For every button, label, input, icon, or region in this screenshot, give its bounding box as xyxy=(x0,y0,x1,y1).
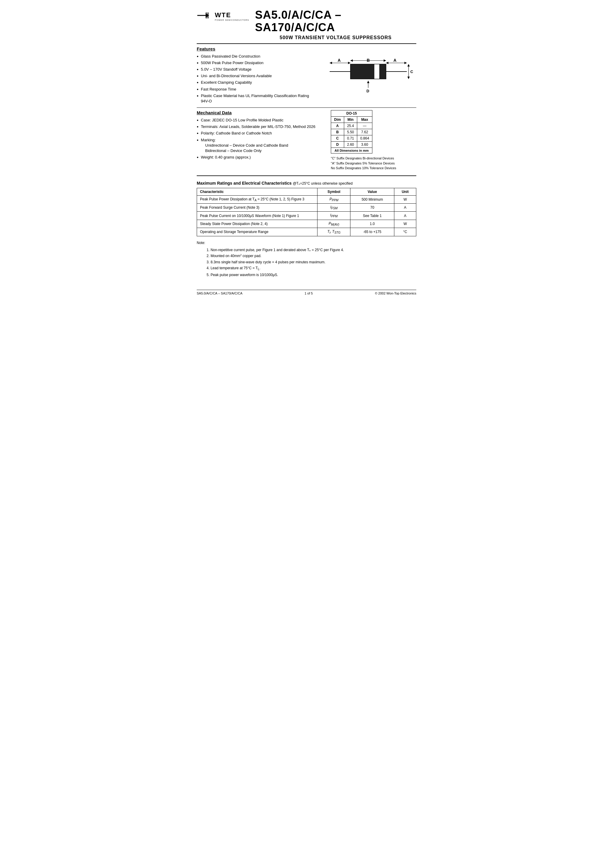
list-item: Excellent Clamping Capability xyxy=(197,80,314,85)
sym-ifsm: IFSM xyxy=(317,203,350,211)
val-temp: -65 to +175 xyxy=(350,228,394,236)
list-item: Plastic Case Material has UL Flammabilit… xyxy=(197,93,314,104)
list-item: Polarity: Cathode Band or Cathode Notch xyxy=(197,130,325,136)
char-ifsm: Peak Forward Surge Current (Note 3) xyxy=(197,203,317,211)
footnote-line: "C" Suffix Designates Bi-directional Dev… xyxy=(331,156,416,161)
footer-right: © 2002 Won-Top Electronics xyxy=(375,291,416,295)
svg-marker-13 xyxy=(348,62,350,64)
header-unit: Unit xyxy=(394,188,416,195)
features-column: Features Glass Passivated Die Constructi… xyxy=(197,46,314,105)
ratings-section: Maximum Ratings and Electrical Character… xyxy=(197,181,416,236)
dim-a: A xyxy=(331,123,344,129)
val-pmav: 1.0 xyxy=(350,220,394,228)
note-3: 3. 8.3ms single half sine-wave duty cycl… xyxy=(203,259,416,265)
sym-ippm: IPPM xyxy=(317,212,350,220)
svg-text:B: B xyxy=(367,58,370,63)
unit-ifsm: A xyxy=(394,203,416,211)
dim-c: C xyxy=(331,135,344,142)
main-title: SA5.0/A/C/CA – SA170/A/C/CA xyxy=(255,9,416,34)
section-divider xyxy=(197,107,416,108)
logo-icon xyxy=(197,9,213,23)
do15-header-dim: Dim xyxy=(331,117,344,123)
svg-marker-22 xyxy=(407,77,410,79)
mechanical-title: Mechanical Data xyxy=(197,110,325,115)
sub-title: 500W TRANSIENT VOLTAGE SUPPRESSORS xyxy=(255,35,416,40)
max-a: — xyxy=(357,123,372,129)
do15-header-min: Min xyxy=(344,117,357,123)
val-pppm: 500 Minimum xyxy=(350,195,394,203)
table-row: A 25.4 — xyxy=(331,123,372,129)
svg-marker-21 xyxy=(407,64,410,67)
note-1: 1. Non-repetitive current pulse, per Fig… xyxy=(203,247,416,253)
do15-footer: All Dimensions in mm xyxy=(331,148,372,153)
diode-diagram: A B A C D xyxy=(327,49,410,97)
sym-pppm: PPPM xyxy=(317,195,350,203)
min-d: 2.60 xyxy=(344,142,357,148)
svg-marker-25 xyxy=(367,81,369,83)
do15-dimensions-table: DO-15 Dim Min Max A 25.4 — B 5.50 7.62 C… xyxy=(331,110,372,153)
val-ippm: See Table 1 xyxy=(350,212,394,220)
dim-d: D xyxy=(331,142,344,148)
list-item: Glass Passivated Die Construction xyxy=(197,54,314,59)
ratings-divider xyxy=(197,175,416,176)
ratings-table: Characteristic Symbol Value Unit Peak Pu… xyxy=(197,188,416,236)
notes-list: 1. Non-repetitive current pulse, per Fig… xyxy=(197,247,416,278)
min-c: 0.71 xyxy=(344,135,357,142)
mechanical-column: Mechanical Data Case: JEDEC DO-15 Low Pr… xyxy=(197,110,325,171)
table-row: Peak Pulse Power Dissipation at TA = 25°… xyxy=(197,195,416,203)
svg-rect-7 xyxy=(374,64,379,79)
table-row: Peak Pulse Current on 10/1000μS Waveform… xyxy=(197,212,416,220)
table-row: Peak Forward Surge Current (Note 3) IFSM… xyxy=(197,203,416,211)
features-list: Glass Passivated Die Construction 500W P… xyxy=(197,54,314,104)
max-c: 0.864 xyxy=(357,135,372,142)
svg-text:A: A xyxy=(393,58,396,63)
list-item: Fast Response Time xyxy=(197,87,314,92)
features-title: Features xyxy=(197,46,314,51)
sym-pmav: PM(AV) xyxy=(317,220,350,228)
do15-footnotes: "C" Suffix Designates Bi-directional Dev… xyxy=(331,156,416,171)
table-row: B 5.50 7.62 xyxy=(331,129,372,135)
mechanical-section: Mechanical Data Case: JEDEC DO-15 Low Pr… xyxy=(197,110,416,171)
header-value: Value xyxy=(350,188,394,195)
mechanical-list: Case: JEDEC DO-15 Low Profile Molded Pla… xyxy=(197,118,325,160)
diagram-column: A B A C D xyxy=(320,46,416,105)
note-5: 5. Peak pulse power waveform is 10/1000μ… xyxy=(203,272,416,278)
logo-subtitle: POWER SEMICONDUCTORS xyxy=(215,19,249,21)
list-item: Uni- and Bi-Directional Versions Availab… xyxy=(197,73,314,79)
dim-b: B xyxy=(331,129,344,135)
char-ippm: Peak Pulse Current on 10/1000μS Waveform… xyxy=(197,212,317,220)
page-header: WTE POWER SEMICONDUCTORS SA5.0/A/C/CA – … xyxy=(197,9,416,40)
do15-table-column: DO-15 Dim Min Max A 25.4 — B 5.50 7.62 C… xyxy=(331,110,416,171)
do15-title: DO-15 xyxy=(331,110,372,117)
unit-temp: °C xyxy=(394,228,416,236)
logo-wte: WTE xyxy=(215,11,231,19)
table-row: D 2.60 3.60 xyxy=(331,142,372,148)
list-item: 500W Peak Pulse Power Dissipation xyxy=(197,60,314,66)
notes-label: Note: xyxy=(197,241,205,245)
table-row: Steady State Power Dissipation (Note 2, … xyxy=(197,220,416,228)
title-area: SA5.0/A/C/CA – SA170/A/C/CA 500W TRANSIE… xyxy=(255,9,416,40)
svg-text:C: C xyxy=(410,70,413,74)
svg-marker-15 xyxy=(350,59,353,62)
unit-pppm: W xyxy=(394,195,416,203)
svg-marker-18 xyxy=(386,62,389,64)
list-item: Terminals: Axial Leads, Solderable per M… xyxy=(197,124,325,129)
min-a: 25.4 xyxy=(344,123,357,129)
header-symbol: Symbol xyxy=(317,188,350,195)
max-d: 3.60 xyxy=(357,142,372,148)
char-temp: Operating and Storage Temperature Range xyxy=(197,228,317,236)
val-ifsm: 70 xyxy=(350,203,394,211)
char-pppm: Peak Pulse Power Dissipation at TA = 25°… xyxy=(197,195,317,203)
svg-text:D: D xyxy=(367,89,369,93)
table-row: All Dimensions in mm xyxy=(331,148,372,153)
header-divider xyxy=(197,43,416,44)
max-b: 7.62 xyxy=(357,129,372,135)
list-item: Marking: Unidirectional – Device Code an… xyxy=(197,138,325,154)
do15-header-max: Max xyxy=(357,117,372,123)
min-b: 5.50 xyxy=(344,129,357,135)
sym-temp: Ti, TSTG xyxy=(317,228,350,236)
page-footer: SA5.0/A/C/CA – SA170/A/C/CA 1 of 5 © 200… xyxy=(197,290,416,295)
logo-area: WTE POWER SEMICONDUCTORS xyxy=(197,9,249,23)
header-characteristic: Characteristic xyxy=(197,188,317,195)
table-header-row: Characteristic Symbol Value Unit xyxy=(197,188,416,195)
